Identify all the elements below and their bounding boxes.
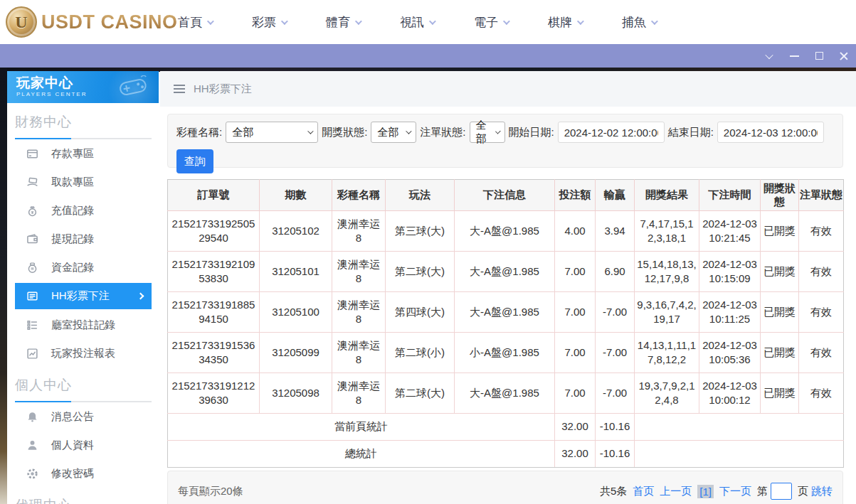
cell-draw-result: 19,3,7,9,2,12,4,8 (635, 373, 699, 414)
filter-panel: 彩種名稱: 全部 開獎狀態: 全部 注單狀態: 全部 開始日期: 結束日期: (167, 114, 843, 168)
cell-issue: 31205101 (260, 252, 332, 292)
logo-text: USDT CASINO (41, 11, 178, 33)
section-title-finance: 財務中心 (15, 113, 152, 132)
cell-play-type: 第三球(大) (386, 211, 455, 252)
sidebar-item-profile[interactable]: 個人資料 (15, 431, 152, 459)
cell-draw-status: 已開獎 (761, 211, 799, 252)
menu-item-chess[interactable]: 棋牌 (528, 14, 602, 31)
bell-icon (26, 411, 38, 423)
cell-draw-result: 7,4,17,15,12,3,18,1 (635, 211, 699, 252)
sidebar-item-withdraw[interactable]: 取款專區 (15, 168, 152, 196)
table-row: 2152173319210953830 31205101 澳洲幸运8 第二球(大… (168, 252, 844, 292)
cell-order-status: 有效 (799, 333, 844, 373)
cell-bet-info: 大-A盤@1.985 (455, 292, 555, 333)
menu-item-fishing[interactable]: 捕魚 (602, 14, 676, 31)
chevron-down-icon (207, 18, 214, 25)
main-menu: 首頁 彩票 體育 視訊 電子 棋牌 (158, 0, 676, 44)
chevron-right-icon (137, 293, 144, 300)
sidebar-title: 玩家中心 (16, 75, 159, 91)
sidebar-item-change-password[interactable]: 修改密碼 (15, 459, 152, 488)
menu-item-lottery[interactable]: 彩票 (232, 14, 306, 31)
first-page-link[interactable]: 首页 (633, 485, 654, 498)
bet-list-icon (26, 290, 38, 302)
col-header-bet-info: 下注信息 (455, 180, 555, 211)
sidebar-item-deposit[interactable]: 存款專區 (15, 139, 152, 168)
cell-bet-info: 小-A盤@1.985 (455, 333, 555, 373)
total-count-text: 共5条 (600, 485, 627, 498)
coins-icon (26, 262, 38, 274)
sidebar-item-hh-lottery-bets[interactable]: HH彩票下注 (15, 283, 152, 309)
menu-item-label: 棋牌 (548, 14, 572, 31)
cell-bet-time: 2024-12-03 10:21:45 (699, 211, 761, 252)
end-date-input[interactable] (717, 122, 824, 143)
sidebar-item-recharge-records[interactable]: 充值記錄 (15, 196, 152, 225)
chevron-down-icon (503, 18, 510, 25)
cell-lottery-name: 澳洲幸运8 (332, 211, 386, 252)
close-button[interactable] (839, 51, 849, 61)
jump-prefix-text: 第 (757, 485, 768, 498)
clipboard-list-icon (26, 319, 38, 331)
menu-item-label: 捕魚 (622, 14, 646, 31)
sidebar-item-funds-records[interactable]: 資金記錄 (15, 253, 152, 282)
table-row: 2152173319188594150 31205100 澳洲幸运8 第四球(大… (168, 292, 844, 333)
cell-win-loss: -7.00 (596, 373, 635, 414)
menu-item-live-video[interactable]: 視訊 (380, 14, 454, 31)
logo[interactable]: U USDT CASINO (6, 6, 178, 38)
lottery-name-select-value: 全部 (232, 126, 253, 139)
order-status-select[interactable]: 全部 (470, 122, 505, 143)
col-header-issue: 期數 (260, 180, 332, 211)
page-jump-input[interactable] (771, 483, 792, 500)
deposit-card-icon (26, 148, 38, 160)
chevron-down-icon (355, 18, 362, 25)
lottery-name-select[interactable]: 全部 (226, 122, 318, 143)
section-title-agent: 代理中心 (15, 496, 152, 504)
cell-lottery-name: 澳洲幸运8 (332, 333, 386, 373)
cell-draw-status: 已開獎 (761, 373, 799, 414)
sidebar-item-label: 個人資料 (51, 439, 94, 452)
pagination-bar: 每頁顯示20條 共5条 首页 上一页 [1] 下一页 第 页 跳转 (167, 471, 843, 504)
cell-order-id: 2152173319250529540 (168, 211, 260, 252)
sidebar-item-withdrawal-records[interactable]: 提現記錄 (15, 225, 152, 253)
cell-draw-status: 已開獎 (761, 292, 799, 333)
col-header-play-type: 玩法 (386, 180, 455, 211)
cell-bet-amount: 7.00 (555, 292, 596, 333)
cell-bet-amount: 4.00 (555, 211, 596, 252)
sidebar-subtitle: PLAYERS CENTER (16, 91, 159, 97)
current-page-indicator: [1] (697, 485, 714, 498)
bets-table: 訂單號 期數 彩種名稱 玩法 下注信息 投注額 輸贏 開獎結果 下注時間 開獎狀… (167, 179, 844, 468)
summary-label: 當前頁統計 (168, 414, 555, 441)
cell-issue: 31205099 (260, 333, 332, 373)
draw-status-select[interactable]: 全部 (371, 122, 416, 143)
cell-bet-time: 2024-12-03 10:11:25 (699, 292, 761, 333)
next-page-link[interactable]: 下一页 (719, 485, 751, 498)
menu-item-home[interactable]: 首頁 (158, 14, 232, 31)
report-chart-icon (26, 348, 38, 360)
menu-item-egames[interactable]: 電子 (454, 14, 528, 31)
section-divider (15, 138, 152, 139)
window-titlebar (0, 44, 856, 68)
chevron-down-icon (281, 18, 288, 25)
cell-win-loss: -7.00 (596, 333, 635, 373)
cell-draw-result: 14,13,1,11,17,8,12,2 (635, 333, 699, 373)
maximize-button[interactable] (814, 51, 824, 61)
page-size-text: 每頁顯示20條 (178, 485, 243, 498)
cell-order-status: 有效 (799, 252, 844, 292)
hamburger-icon[interactable] (174, 85, 185, 93)
cell-bet-amount: 7.00 (555, 373, 596, 414)
summary-bet-amount: 32.00 (555, 441, 596, 468)
minimize-button[interactable] (789, 51, 799, 61)
cell-bet-info: 大-A盤@1.985 (455, 211, 555, 252)
sidebar-item-announcements[interactable]: 消息公告 (15, 402, 152, 431)
logo-coin-icon: U (6, 6, 37, 38)
prev-page-link[interactable]: 上一页 (660, 485, 692, 498)
sidebar-item-player-bet-report[interactable]: 玩家投注報表 (15, 339, 152, 368)
window-menu-chevron-icon[interactable] (764, 51, 774, 61)
jump-button[interactable]: 跳转 (811, 485, 833, 498)
summary-label: 總統計 (168, 441, 555, 468)
start-date-input[interactable] (558, 122, 665, 143)
col-header-lottery-name: 彩種名稱 (332, 180, 386, 211)
wallet-icon (26, 233, 38, 245)
menu-item-sports[interactable]: 體育 (306, 14, 380, 31)
sidebar-item-hall-bet-records[interactable]: 廳室投註記錄 (15, 311, 152, 339)
search-button[interactable]: 查詢 (176, 149, 213, 173)
